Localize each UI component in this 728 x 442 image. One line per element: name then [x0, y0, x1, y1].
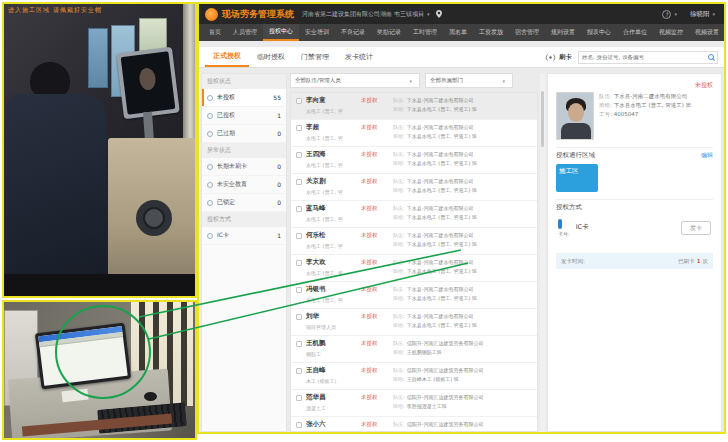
- row-checkbox[interactable]: [296, 422, 302, 428]
- edit-region-link[interactable]: 编辑: [701, 151, 713, 160]
- worker-name[interactable]: 李超: [306, 123, 361, 132]
- detail-group: 下水县水电工 (普工, 管道工) 班: [614, 102, 691, 108]
- list-item[interactable]: 李超 水电工 (普工, 管 未授权 队伍:下水县-河南二建水电有限公司 班组:下…: [291, 120, 537, 147]
- row-checkbox[interactable]: [296, 341, 302, 347]
- swipe-label[interactable]: 刷卡: [559, 53, 572, 62]
- worker-name[interactable]: 张小六: [306, 420, 361, 429]
- worker-name[interactable]: 范华昌: [306, 393, 361, 402]
- row-checkbox[interactable]: [296, 179, 302, 185]
- sidebar-item[interactable]: 未安全教育 0: [202, 176, 286, 194]
- location-pin-icon[interactable]: [436, 10, 442, 18]
- nav-item[interactable]: 视频设置: [689, 24, 725, 41]
- row-checkbox[interactable]: [296, 233, 302, 239]
- worker-name[interactable]: 王自峰: [306, 366, 361, 375]
- expired-icon: [207, 131, 213, 137]
- subtab[interactable]: 门禁管理: [293, 47, 337, 67]
- row-checkbox[interactable]: [296, 125, 302, 131]
- subtab-bar: 正式授权 临时授权 门禁管理 发卡统计 刷卡: [199, 47, 724, 68]
- nav-item[interactable]: 安全培训: [299, 24, 335, 41]
- status-badge: 未授权: [361, 124, 393, 143]
- dept-filter-select[interactable]: 全部所属部门▾: [425, 73, 513, 88]
- subtab[interactable]: 发卡统计: [337, 47, 381, 67]
- worker-name[interactable]: 刘华: [306, 312, 361, 321]
- nav-item[interactable]: 宿舍管理: [509, 24, 545, 41]
- worker-job: 水电工 (普工, 管: [306, 135, 361, 141]
- nav-item[interactable]: 人员管理: [227, 24, 263, 41]
- monitor-screen: [38, 326, 127, 386]
- worker-team: 下水县-河南二建水电有限公司: [407, 313, 474, 319]
- swipe-card-icon[interactable]: [545, 53, 556, 62]
- worker-team: 信阳升-河南汇达建筑劳务有限公司: [407, 421, 484, 427]
- status-badge: 未授权: [361, 205, 393, 224]
- nav-item[interactable]: 首页: [203, 24, 227, 41]
- content-area: 授权状态 未授权 55 已授权 1: [199, 68, 724, 432]
- list-item[interactable]: 冯银书 水电工 (普工, 管 未授权 队伍:下水县-河南二建水电有限公司 班组:…: [291, 282, 537, 309]
- team-filter-select[interactable]: 全部队伍/管理人员▾: [290, 73, 420, 88]
- row-checkbox[interactable]: [296, 287, 302, 293]
- nav-item[interactable]: 视频监控: [653, 24, 689, 41]
- worker-group: 李胜报混凝土工班: [407, 430, 447, 432]
- region-tile[interactable]: 施工区: [556, 164, 598, 192]
- sidebar-item[interactable]: 已授权 1: [202, 107, 286, 125]
- nav-item[interactable]: 奖励记录: [371, 24, 407, 41]
- worker-list: 李向童 水电工 (普工, 管 未授权 队伍:下水县-河南二建水电有限公司 班组:…: [290, 92, 538, 432]
- worker-name[interactable]: 李大欢: [306, 258, 361, 267]
- subtab[interactable]: 正式授权: [205, 47, 249, 67]
- row-checkbox[interactable]: [296, 152, 302, 158]
- list-scrollbar[interactable]: [540, 73, 545, 432]
- nav-item[interactable]: 合作单位: [617, 24, 653, 41]
- guard-person-body: [6, 94, 106, 298]
- sidebar-item[interactable]: IC卡 1: [202, 227, 286, 245]
- search-input[interactable]: [582, 54, 708, 60]
- sidebar-item[interactable]: 已锁定 0: [202, 194, 286, 212]
- row-checkbox[interactable]: [296, 98, 302, 104]
- nav-item[interactable]: 不良记录: [335, 24, 371, 41]
- worker-name[interactable]: 冯银书: [306, 285, 361, 294]
- worker-name[interactable]: 何乐松: [306, 231, 361, 240]
- nav-item[interactable]: 报表中心: [581, 24, 617, 41]
- issue-card-button[interactable]: 发卡: [681, 221, 711, 235]
- worker-name[interactable]: 蓝马峰: [306, 204, 361, 213]
- row-checkbox[interactable]: [296, 314, 302, 320]
- worker-name[interactable]: 关京剧: [306, 177, 361, 186]
- scrollbar-thumb[interactable]: [541, 91, 544, 147]
- list-item[interactable]: 刘华 项目管理人员 未授权 队伍:下水县-河南二建水电有限公司 班组:下水县水电…: [291, 309, 537, 336]
- list-item[interactable]: 范华昌 混凝土工 未授权 队伍:信阳升-河南汇达建筑劳务有限公司 班组:李胜报混…: [291, 390, 537, 417]
- list-item[interactable]: 李大欢 水电工 (普工, 管 未授权 队伍:下水县-河南二建水电有限公司 班组:…: [291, 255, 537, 282]
- list-item[interactable]: 张小六 混凝土工 未授权 队伍:信阳升-河南汇达建筑劳务有限公司 班组:李胜报混…: [291, 417, 537, 432]
- status-badge: 未授权: [361, 394, 393, 413]
- ic-card-icon: [558, 219, 562, 229]
- nav-item[interactable]: 授权中心: [263, 24, 299, 41]
- search-icon[interactable]: [708, 54, 714, 60]
- sidebar-item[interactable]: 长期未刷卡 0: [202, 158, 286, 176]
- sidebar-item[interactable]: 已过期 0: [202, 125, 286, 143]
- sidebar-item[interactable]: 未授权 55: [202, 89, 286, 107]
- worker-name[interactable]: 王机鹏: [306, 339, 361, 348]
- subtab[interactable]: 临时授权: [249, 47, 293, 67]
- nav-item[interactable]: 工时管理: [407, 24, 443, 41]
- chevron-down-icon: ▾: [427, 11, 430, 17]
- list-item[interactable]: 王自峰 木工 (模板工) 未授权 队伍:信阳升-河南汇达建筑劳务有限公司 班组:…: [291, 363, 537, 390]
- no-swipe-icon: [207, 164, 213, 170]
- org-selector[interactable]: 河南省第二建设集团有限公司湖南 韦三镇项目: [302, 10, 424, 19]
- list-item[interactable]: 关京剧 水电工 (普工, 管 未授权 队伍:下水县-河南二建水电有限公司 班组:…: [291, 174, 537, 201]
- user-menu[interactable]: 徐晓阳: [690, 10, 710, 19]
- worker-name[interactable]: 王四海: [306, 150, 361, 159]
- wall-poster: [88, 28, 108, 88]
- row-checkbox[interactable]: [296, 368, 302, 374]
- list-item[interactable]: 何乐松 水电工 (普工, 管 未授权 队伍:下水县-河南二建水电有限公司 班组:…: [291, 228, 537, 255]
- list-item[interactable]: 王机鹏 钢筋工 未授权 队伍:信阳升-河南汇达建筑劳务有限公司 班组:王机鹏钢筋…: [291, 336, 537, 363]
- list-item[interactable]: 李向童 水电工 (普工, 管 未授权 队伍:下水县-河南二建水电有限公司 班组:…: [291, 93, 537, 120]
- list-item[interactable]: 蓝马峰 水电工 (普工, 管 未授权 队伍:下水县-河南二建水电有限公司 班组:…: [291, 201, 537, 228]
- nav-item[interactable]: 规则设置: [545, 24, 581, 41]
- nav-item[interactable]: 工资发放: [473, 24, 509, 41]
- nav-item[interactable]: 黑名单: [443, 24, 473, 41]
- list-item[interactable]: 王四海 水电工 (普工, 管 未授权 队伍:下水县-河南二建水电有限公司 班组:…: [291, 147, 537, 174]
- worker-team: 下水县-河南二建水电有限公司: [407, 259, 474, 265]
- help-icon[interactable]: ?: [662, 10, 671, 19]
- row-checkbox[interactable]: [296, 206, 302, 212]
- card-number-label: 卡号:: [558, 231, 570, 237]
- worker-name[interactable]: 李向童: [306, 96, 361, 105]
- row-checkbox[interactable]: [296, 260, 302, 266]
- row-checkbox[interactable]: [296, 395, 302, 401]
